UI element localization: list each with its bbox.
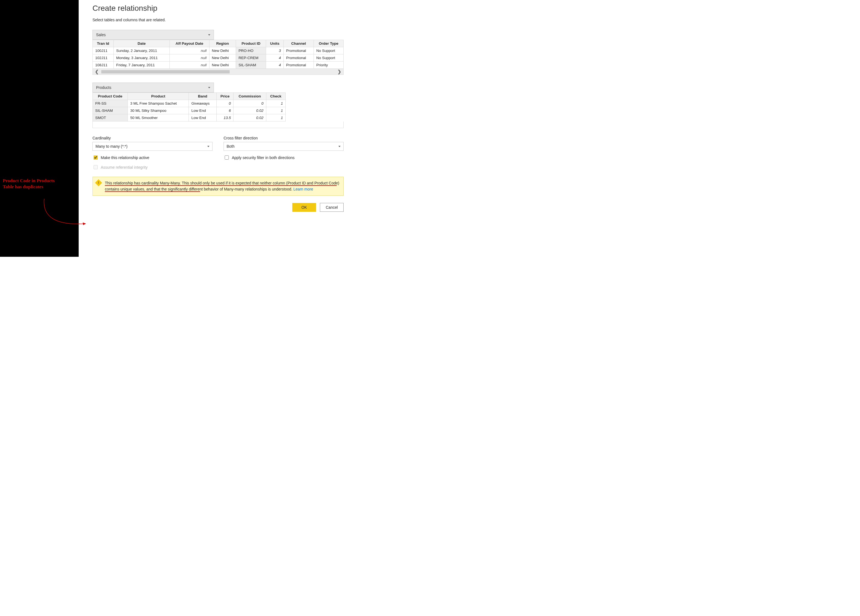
col-units[interactable]: Units [266, 40, 284, 47]
warning-banner: ! This relationship has cardinality Many… [93, 177, 344, 196]
dialog-body: Create relationship Select tables and co… [78, 0, 360, 257]
warning-icon: ! [95, 179, 102, 186]
col-tranid[interactable]: Tran Id [93, 40, 114, 47]
warning-text-b: , and that the significantly different b… [144, 187, 293, 191]
table1-select[interactable]: Sales [93, 30, 214, 40]
table-row[interactable]: 108J11 Friday, 7 January, 2011 null New … [93, 61, 344, 69]
cardinality-value: Many to many (*:*) [96, 144, 127, 149]
annotation-underline [105, 191, 200, 192]
annotation-text: Product Code in Products Table has dupli… [3, 178, 77, 190]
chevron-down-icon [338, 146, 341, 147]
cardinality-combo[interactable]: Many to many (*:*) [93, 142, 212, 151]
table-row[interactable]: 100J11 Sunday, 2 January, 2011 null New … [93, 47, 344, 54]
chevron-down-icon [207, 146, 209, 147]
col-price[interactable]: Price [217, 93, 233, 100]
table-row[interactable]: SMOT 50 ML Smoother Low End 13.5 0.02 1 [93, 114, 286, 121]
annotation-underline [105, 185, 337, 186]
table1-select-label: Sales [96, 33, 106, 37]
table-row[interactable]: FR-SS 3 ML Free Shampoo Sachet Giveaways… [93, 100, 286, 107]
col-payout[interactable]: Aff Payout Date [170, 40, 209, 47]
page-title: Create relationship [93, 4, 352, 13]
chk-referential-input [94, 165, 98, 169]
chk-security[interactable]: Apply security filter in both directions [224, 155, 344, 160]
table-header-row: Product Code Product Band Price Commissi… [93, 93, 286, 100]
chevron-down-icon [208, 87, 210, 88]
table2-footer-strip [93, 121, 344, 128]
col-check[interactable]: Check [266, 93, 286, 100]
table2-select[interactable]: Products [93, 83, 214, 93]
table1-hscrollbar[interactable]: ❮ ❯ [93, 69, 344, 75]
table-header-row: Tran Id Date Aff Payout Date Region Prod… [93, 40, 344, 47]
table-row[interactable]: SIL-SHAM 30 ML Silky Shampoo Low End 6 0… [93, 107, 286, 114]
table2-select-label: Products [96, 85, 111, 90]
crossfilter-label: Cross filter direction [224, 136, 344, 140]
chk-security-input[interactable] [224, 156, 229, 160]
col-productid[interactable]: Product ID [236, 40, 266, 47]
col-productcode[interactable]: Product Code [93, 93, 128, 100]
chevron-down-icon [208, 34, 210, 36]
table1-preview: Tran Id Date Aff Payout Date Region Prod… [93, 40, 344, 69]
table2-preview: Product Code Product Band Price Commissi… [93, 93, 286, 121]
annotation-sidebar: Product Code in Products Table has dupli… [0, 0, 78, 257]
learn-more-link[interactable]: Learn more [293, 187, 313, 191]
cancel-button[interactable]: Cancel [320, 203, 344, 212]
chk-referential: Assume referential integrity [93, 164, 212, 170]
ok-button[interactable]: OK [292, 203, 316, 212]
col-region[interactable]: Region [209, 40, 236, 47]
page-subtitle: Select tables and columns that are relat… [93, 18, 352, 22]
col-ordertype[interactable]: Order Type [314, 40, 343, 47]
chevron-left-icon[interactable]: ❮ [95, 69, 99, 74]
col-date[interactable]: Date [113, 40, 169, 47]
col-band[interactable]: Band [189, 93, 217, 100]
col-product[interactable]: Product [128, 93, 189, 100]
chevron-right-icon[interactable]: ❯ [337, 69, 341, 74]
chk-active-input[interactable] [94, 156, 98, 160]
crossfilter-value: Both [227, 144, 235, 149]
scrollbar-thumb[interactable] [101, 70, 335, 74]
chk-active[interactable]: Make this relationship active [93, 155, 212, 160]
col-channel[interactable]: Channel [284, 40, 314, 47]
table-row[interactable]: 102J11 Monday, 3 January, 2011 null New … [93, 54, 344, 61]
col-commission[interactable]: Commission [234, 93, 266, 100]
cardinality-label: Cardinality [93, 136, 212, 140]
crossfilter-combo[interactable]: Both [224, 142, 344, 151]
